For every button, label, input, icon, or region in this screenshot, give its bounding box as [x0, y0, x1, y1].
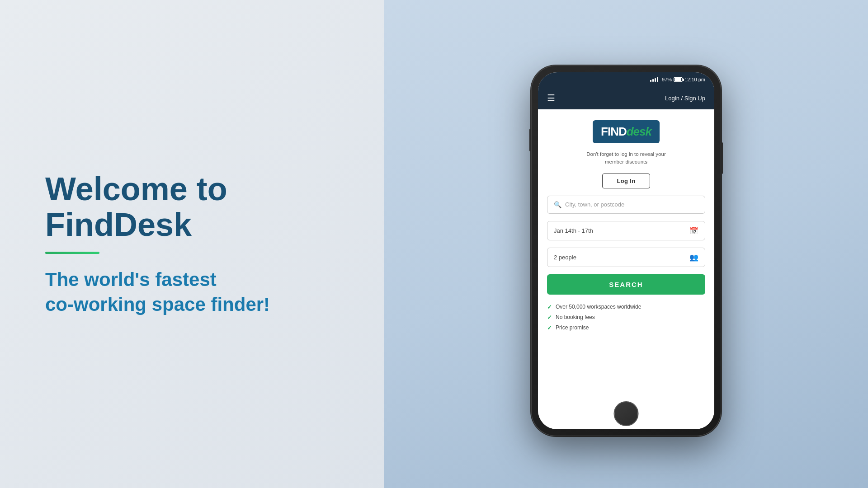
hamburger-icon[interactable]: ☰	[547, 93, 555, 103]
battery-icon	[674, 77, 683, 82]
feature-item-2: ✓ No booking fees	[547, 314, 705, 321]
app-navbar: ☰ Login / Sign Up	[538, 87, 714, 109]
home-button[interactable]	[614, 401, 639, 426]
check-icon-1: ✓	[547, 304, 552, 310]
title-divider	[45, 252, 99, 254]
feature-item-3: ✓ Price promise	[547, 324, 705, 331]
subtitle: The world's fastest co-working space fin…	[45, 267, 339, 317]
phone-mockup: 97% 12:10 pm ☰ Login / Sign Up	[531, 66, 721, 436]
logo-desk-text: desk	[627, 125, 651, 139]
battery-fill	[675, 78, 681, 81]
search-button[interactable]: SEARCH	[547, 274, 705, 295]
check-icon-3: ✓	[547, 324, 552, 331]
feature-label-2: No booking fees	[556, 314, 595, 320]
logo-find-text: FIND	[601, 125, 627, 139]
phone-screen: 97% 12:10 pm ☰ Login / Sign Up	[538, 72, 714, 429]
date-field[interactable]: Jan 14th - 17th 📅	[547, 221, 705, 240]
app-content: FIND desk Don't forget to log in to reve…	[538, 109, 714, 429]
feature-list: ✓ Over 50,000 workspaces worldwide ✓ No …	[547, 302, 705, 331]
signal-bar-3	[655, 78, 656, 82]
people-field[interactable]: 2 people 👥	[547, 248, 705, 267]
battery-percent: 97%	[662, 77, 672, 82]
location-field[interactable]: 🔍 City, town, or postcode	[547, 196, 705, 214]
people-icon: 👥	[689, 253, 698, 262]
people-value: 2 people	[554, 254, 576, 261]
tagline-line2: member discounts	[605, 159, 647, 164]
login-button[interactable]: Log In	[602, 174, 651, 188]
signal-bar-1	[650, 80, 651, 82]
navbar-login-link[interactable]: Login / Sign Up	[665, 95, 705, 102]
status-time: 12:10 pm	[684, 77, 705, 82]
logo-container: FIND desk	[593, 120, 660, 143]
date-value: Jan 14th - 17th	[554, 227, 593, 234]
check-icon-2: ✓	[547, 314, 552, 321]
feature-item-1: ✓ Over 50,000 workspaces worldwide	[547, 304, 705, 310]
feature-label-3: Price promise	[556, 324, 589, 331]
subtitle-line2: co-working space finder!	[45, 294, 270, 315]
signal-bar-4	[657, 77, 658, 82]
feature-label-1: Over 50,000 workspaces worldwide	[556, 304, 641, 310]
status-icons: 97% 12:10 pm	[650, 77, 705, 82]
right-panel: 97% 12:10 pm ☰ Login / Sign Up	[384, 0, 868, 488]
left-panel: Welcome to FindDesk The world's fastest …	[0, 0, 384, 488]
welcome-title: Welcome to FindDesk	[45, 171, 339, 243]
tagline-line1: Don't forget to log in to reveal your	[586, 151, 665, 157]
status-bar: 97% 12:10 pm	[538, 72, 714, 87]
location-placeholder: City, town, or postcode	[565, 201, 624, 208]
calendar-icon: 📅	[689, 226, 698, 235]
subtitle-line1: The world's fastest	[45, 269, 217, 290]
signal-bar-2	[652, 79, 654, 82]
battery-tip	[683, 79, 684, 81]
search-icon: 🔍	[554, 201, 561, 208]
logo-tagline: Don't forget to log in to reveal your me…	[586, 150, 665, 166]
phone-shell: 97% 12:10 pm ☰ Login / Sign Up	[531, 66, 721, 436]
